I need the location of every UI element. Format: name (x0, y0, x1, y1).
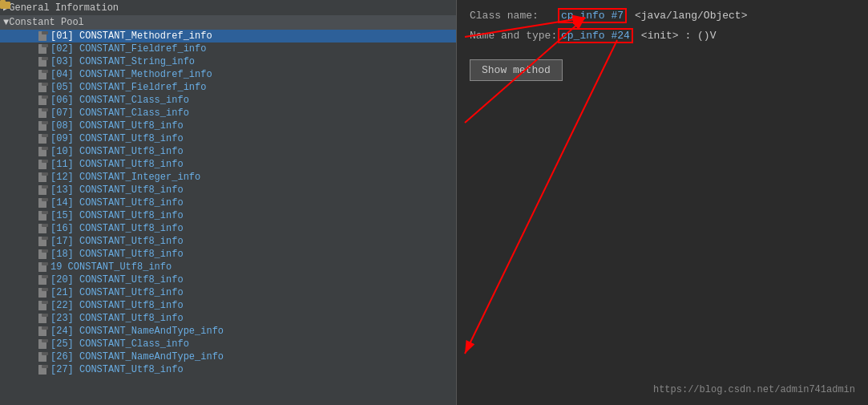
svg-line-2 (465, 40, 617, 354)
tree-item-label: [22] CONSTANT_Utf8_info (50, 300, 184, 311)
tree-item-label: [01] CONSTANT_Methodref_info (50, 30, 212, 42)
tree-row-21[interactable]: [21] CONSTANT_Utf8_info (0, 286, 456, 299)
file-icon (37, 287, 48, 298)
class-name-link[interactable]: cp_info #7 (558, 8, 627, 23)
name-type-label: Name and type: (470, 30, 558, 42)
file-icon (37, 159, 48, 170)
tree-row-12[interactable]: [12] CONSTANT_Integer_info (0, 171, 456, 184)
tree-row-25[interactable]: [25] CONSTANT_Class_info (0, 338, 456, 350)
tree-item-label: [23] CONSTANT_Utf8_info (50, 313, 184, 324)
tree-item-label: [21] CONSTANT_Utf8_info (50, 287, 184, 298)
tree-row-07[interactable]: [07] CONSTANT_Class_info (0, 107, 456, 119)
file-icon (37, 95, 48, 106)
file-icon (37, 326, 48, 337)
tree-row-04[interactable]: [04] CONSTANT_Methodref_info (0, 68, 456, 81)
name-type-value: <init> : ()V (641, 30, 717, 42)
tree-row-03[interactable]: [03] CONSTANT_String_info (0, 55, 456, 68)
tree-row-15[interactable]: [15] CONSTANT_Utf8_info (0, 209, 456, 222)
file-icon (37, 107, 48, 119)
tree-row-19[interactable]: 19 CONSTANT_Utf8_info (0, 261, 456, 273)
tree-item-label: [04] CONSTANT_Methodref_info (50, 69, 212, 80)
file-icon (37, 120, 48, 132)
tree-row-11[interactable]: [11] CONSTANT_Utf8_info (0, 158, 456, 171)
class-name-row: Class name: cp_info #7 <java/lang/Object… (470, 8, 855, 23)
tree-row-16[interactable]: [16] CONSTANT_Utf8_info (0, 222, 456, 235)
class-name-label: Class name: (470, 10, 558, 22)
file-icon (37, 249, 48, 260)
expand-arrow-open: ▼ (3, 17, 9, 28)
tree-row-09[interactable]: [09] CONSTANT_Utf8_info (0, 132, 456, 145)
detail-panel: Class name: cp_info #7 <java/lang/Object… (457, 0, 868, 405)
tree-row-18[interactable]: [18] CONSTANT_Utf8_info (0, 248, 456, 261)
name-type-row: Name and type: cp_info #24 <init> : ()V (470, 28, 855, 43)
tree-row-14[interactable]: [14] CONSTANT_Utf8_info (0, 196, 456, 209)
tree-item-label: [05] CONSTANT_Fieldref_info (50, 82, 206, 93)
tree-item-label: [26] CONSTANT_NameAndType_info (50, 351, 224, 362)
file-icon (37, 56, 48, 67)
file-icon (37, 210, 48, 221)
tree-item-label: 19 CONSTANT_Utf8_info (50, 261, 172, 273)
tree-item-label: [14] CONSTANT_Utf8_info (50, 197, 184, 209)
file-icon (37, 69, 48, 80)
file-icon (37, 313, 48, 324)
tree-row-22[interactable]: [22] CONSTANT_Utf8_info (0, 299, 456, 312)
tree-items-container: [01] CONSTANT_Methodref_info [02] CONSTA… (0, 30, 456, 376)
file-icon (37, 236, 48, 247)
tree-item-label: [25] CONSTANT_Class_info (50, 338, 189, 350)
file-icon (37, 197, 48, 209)
show-method-button[interactable]: Show method (470, 59, 563, 81)
file-icon (37, 261, 48, 273)
file-icon (37, 146, 48, 157)
tree-item-label: [02] CONSTANT_Fieldref_info (50, 43, 206, 55)
general-information-item[interactable]: ▶ General Information (0, 0, 456, 15)
tree-item-label: [12] CONSTANT_Integer_info (50, 172, 200, 183)
tree-item-label: [15] CONSTANT_Utf8_info (50, 210, 184, 221)
tree-row-05[interactable]: [05] CONSTANT_Fieldref_info (0, 81, 456, 94)
tree-row-27[interactable]: [27] CONSTANT_Utf8_info (0, 363, 456, 376)
tree-item-label: [08] CONSTANT_Utf8_info (50, 120, 184, 132)
constant-pool-item[interactable]: ▼ Constant Pool (0, 15, 456, 30)
tree-row-20[interactable]: [20] CONSTANT_Utf8_info (0, 273, 456, 286)
file-icon (37, 364, 48, 375)
file-icon (37, 82, 48, 93)
file-icon (37, 184, 48, 196)
tree-row-13[interactable]: [13] CONSTANT_Utf8_info (0, 184, 456, 196)
watermark: https://blog.csdn.net/admin741admin (653, 384, 855, 395)
file-icon (37, 223, 48, 234)
file-icon (37, 300, 48, 311)
file-icon (37, 351, 48, 362)
name-type-link[interactable]: cp_info #24 (558, 28, 633, 43)
class-name-value: <java/lang/Object> (635, 10, 747, 22)
tree-item-label: [11] CONSTANT_Utf8_info (50, 159, 184, 170)
tree-item-label: [16] CONSTANT_Utf8_info (50, 223, 184, 234)
tree-item-label: [07] CONSTANT_Class_info (50, 107, 189, 119)
constant-pool-label: Constant Pool (9, 17, 84, 28)
tree-row-02[interactable]: [02] CONSTANT_Fieldref_info (0, 43, 456, 55)
file-icon (37, 30, 48, 42)
tree-item-label: [13] CONSTANT_Utf8_info (50, 184, 184, 196)
file-icon (37, 172, 48, 183)
file-icon (37, 133, 48, 144)
tree-item-label: [03] CONSTANT_String_info (50, 56, 195, 67)
tree-item-label: [06] CONSTANT_Class_info (50, 95, 189, 106)
tree-row-17[interactable]: [17] CONSTANT_Utf8_info (0, 235, 456, 248)
tree-item-label: [20] CONSTANT_Utf8_info (50, 274, 184, 286)
tree-row-01[interactable]: [01] CONSTANT_Methodref_info (0, 30, 456, 43)
tree-row-24[interactable]: [24] CONSTANT_NameAndType_info (0, 325, 456, 338)
tree-item-label: [24] CONSTANT_NameAndType_info (50, 326, 224, 337)
file-icon (37, 274, 48, 286)
tree-item-label: [18] CONSTANT_Utf8_info (50, 249, 184, 260)
tree-row-10[interactable]: [10] CONSTANT_Utf8_info (0, 145, 456, 158)
tree-row-08[interactable]: [08] CONSTANT_Utf8_info (0, 119, 456, 132)
tree-item-label: [27] CONSTANT_Utf8_info (50, 364, 184, 375)
file-icon (37, 43, 48, 55)
tree-item-label: [09] CONSTANT_Utf8_info (50, 133, 184, 144)
tree-row-26[interactable]: [26] CONSTANT_NameAndType_info (0, 350, 456, 363)
tree-item-label: [10] CONSTANT_Utf8_info (50, 146, 184, 157)
tree-row-06[interactable]: [06] CONSTANT_Class_info (0, 94, 456, 107)
file-icon (37, 338, 48, 350)
general-info-label: General Information (9, 2, 119, 14)
tree-item-label: [17] CONSTANT_Utf8_info (50, 236, 184, 247)
tree-row-23[interactable]: [23] CONSTANT_Utf8_info (0, 312, 456, 325)
